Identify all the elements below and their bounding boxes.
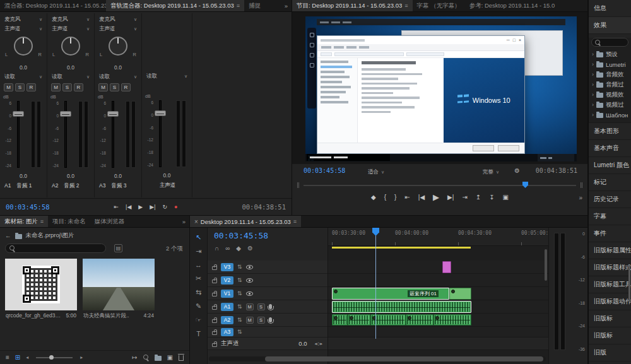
clip-graphic-v3[interactable] bbox=[442, 261, 451, 273]
panel-tab-legacy-title[interactable]: 旧版标 bbox=[589, 327, 631, 344]
solo-button[interactable]: S bbox=[257, 317, 265, 324]
add-marker-icon[interactable]: ◆ bbox=[236, 245, 241, 252]
solo-button[interactable]: S bbox=[15, 83, 25, 91]
timeline-horizontal-scrollbar[interactable] bbox=[265, 356, 543, 361]
voiceover-mic-icon[interactable] bbox=[269, 317, 272, 322]
goto-in-icon[interactable]: ⇤ bbox=[114, 204, 119, 210]
goto-in-icon[interactable]: ⇤ bbox=[404, 194, 410, 201]
track-output-eye-icon[interactable] bbox=[246, 265, 253, 269]
record-arm-button[interactable]: R bbox=[27, 83, 36, 91]
automate-to-sequence-icon[interactable]: ↦ bbox=[132, 354, 137, 361]
effects-bin-presets[interactable]: ›预设 bbox=[589, 49, 631, 59]
volume-value[interactable]: 0.0 bbox=[3, 173, 44, 180]
record-arm-button[interactable]: R bbox=[74, 83, 83, 91]
icon-view-icon[interactable]: ⊞ bbox=[15, 354, 20, 361]
mark-out-icon[interactable]: } bbox=[394, 194, 396, 201]
playhead-line[interactable] bbox=[375, 228, 376, 339]
track-badge[interactable]: V2 bbox=[221, 276, 233, 285]
lock-icon[interactable] bbox=[212, 319, 217, 323]
voiceover-mic-icon[interactable] bbox=[269, 304, 272, 309]
panel-tab-legacy-title-tools[interactable]: 旧版标题工具 bbox=[589, 276, 631, 293]
mute-button[interactable]: M bbox=[246, 317, 254, 324]
play-icon[interactable]: ▶ bbox=[433, 192, 439, 202]
new-item-icon[interactable]: ▣ bbox=[167, 354, 173, 361]
lock-icon[interactable] bbox=[212, 343, 217, 347]
pan-knob[interactable] bbox=[14, 37, 33, 56]
sync-lock-icon[interactable]: ⇅ bbox=[237, 290, 242, 296]
project-search-input[interactable] bbox=[5, 244, 106, 253]
program-current-timecode[interactable]: 00:03:45:58 bbox=[304, 167, 345, 174]
output-select[interactable]: 主声道∨ bbox=[50, 24, 91, 33]
thumbnail-zoom-slider[interactable] bbox=[36, 357, 73, 358]
clip-audio-a1[interactable] bbox=[332, 301, 471, 313]
step-back-icon[interactable]: |◀ bbox=[126, 204, 131, 210]
solo-button[interactable]: S bbox=[257, 303, 265, 310]
mute-button[interactable]: M bbox=[4, 83, 13, 91]
loop-icon[interactable]: ↻ bbox=[163, 204, 168, 210]
qrcode-thumbnail[interactable] bbox=[5, 259, 77, 310]
track-select-tool[interactable]: ⇥ bbox=[196, 247, 201, 255]
list-view-icon[interactable]: ≡ bbox=[6, 354, 9, 361]
clip-audio-a2[interactable] bbox=[348, 314, 370, 326]
fader-handle[interactable] bbox=[155, 110, 166, 116]
volume-value[interactable]: 0.0 bbox=[98, 173, 138, 180]
pan-knob[interactable] bbox=[61, 37, 80, 56]
selection-tool[interactable]: ↖ bbox=[196, 233, 201, 242]
new-bin-icon[interactable] bbox=[155, 356, 162, 361]
tab-capture[interactable]: 捕捉 bbox=[244, 0, 265, 11]
lock-icon[interactable] bbox=[212, 279, 217, 283]
lift-icon[interactable]: ↥ bbox=[476, 194, 481, 201]
mark-in-icon[interactable]: { bbox=[384, 194, 386, 201]
linked-selection-icon[interactable]: ∞ bbox=[225, 245, 230, 252]
settings-wrench-icon[interactable]: ⚙ bbox=[514, 167, 520, 174]
clip-video-v1b[interactable] bbox=[449, 288, 471, 300]
automation-select[interactable]: 读取∨ bbox=[145, 71, 189, 81]
fader-handle[interactable] bbox=[13, 111, 24, 117]
solo-button[interactable]: S bbox=[110, 83, 119, 91]
clip-nested-sequence[interactable]: 嵌套序列 01 bbox=[332, 288, 449, 300]
panel-tab-captions[interactable]: 字幕 bbox=[589, 208, 631, 225]
ripple-edit-tool[interactable]: ↔ bbox=[195, 261, 202, 269]
pan-value[interactable]: 0.0 bbox=[3, 64, 44, 72]
panel-tab-events[interactable]: 事件 bbox=[589, 225, 631, 242]
razor-tool[interactable]: ✂ bbox=[196, 274, 201, 283]
effects-bin-lumetri[interactable]: ›Lumetri bbox=[589, 59, 631, 69]
effects-bin-templates[interactable]: ›Шаблон bbox=[589, 110, 631, 120]
panel-tab-legacy-title-styles[interactable]: 旧版标题样式 bbox=[589, 259, 631, 276]
extract-icon[interactable]: ↧ bbox=[489, 194, 494, 201]
sync-lock-icon[interactable]: ⇅ bbox=[237, 329, 242, 335]
track-badge[interactable]: A2 bbox=[221, 316, 233, 324]
volume-fader[interactable]: dB 60-6-12-18-24 bbox=[50, 96, 91, 173]
track-output-eye-icon[interactable] bbox=[246, 278, 253, 283]
tab-sequence[interactable]: × Desktop 2019.11.14 - 15.05.23.03 ≡ bbox=[190, 216, 301, 227]
master-volume-fader[interactable]: dB 60-6-12-18-24 bbox=[145, 95, 189, 172]
program-scrub-bar[interactable] bbox=[297, 182, 582, 189]
step-back-icon[interactable]: |◀ bbox=[418, 194, 425, 201]
keyframe-nav-icon[interactable]: ◂◇▸ bbox=[315, 341, 322, 346]
track-badge[interactable]: V1 bbox=[221, 290, 233, 298]
automation-select[interactable]: 读取∨ bbox=[50, 72, 91, 81]
timeline-ruler[interactable]: 00:03:30:00 00:04:00:00 00:04:30:00 00:0… bbox=[328, 228, 548, 246]
find-icon[interactable] bbox=[143, 355, 149, 360]
mixer-current-timecode[interactable]: 00:03:45:58 bbox=[6, 203, 50, 211]
panel-tab-history[interactable]: 历史记录 bbox=[589, 191, 631, 208]
input-select[interactable]: 麦克风∨ bbox=[3, 15, 44, 24]
effects-bin-audio-transitions[interactable]: ›音频过 bbox=[589, 79, 631, 90]
timeline-track-area[interactable]: 00:03:30:00 00:04:00:00 00:04:30:00 00:0… bbox=[327, 228, 548, 364]
solo-button[interactable]: S bbox=[62, 83, 72, 91]
zoom-level-select[interactable]: 适合∨ bbox=[367, 167, 386, 177]
automation-select[interactable]: 读取∨ bbox=[98, 72, 138, 81]
fader-handle[interactable] bbox=[107, 111, 119, 117]
timeline-settings-icon[interactable]: ⚙ bbox=[247, 245, 253, 252]
close-icon[interactable]: × bbox=[194, 218, 198, 225]
mute-button[interactable]: M bbox=[246, 303, 254, 310]
master-volume-value[interactable]: 0.0 bbox=[298, 340, 307, 347]
add-marker-icon[interactable]: ◆ bbox=[371, 194, 376, 201]
pan-value[interactable]: 0.0 bbox=[50, 64, 91, 72]
tab-project[interactable]: 项目: 未命名 bbox=[48, 216, 90, 227]
lock-icon[interactable] bbox=[212, 306, 217, 310]
tab-program[interactable]: 节目: Desktop 2019.11.14 - 15.05.23.03≡ bbox=[292, 0, 413, 11]
clip-audio-a2[interactable] bbox=[433, 314, 471, 326]
panel-tab-info[interactable]: 信息 bbox=[589, 0, 631, 17]
fader-handle[interactable] bbox=[60, 111, 71, 117]
